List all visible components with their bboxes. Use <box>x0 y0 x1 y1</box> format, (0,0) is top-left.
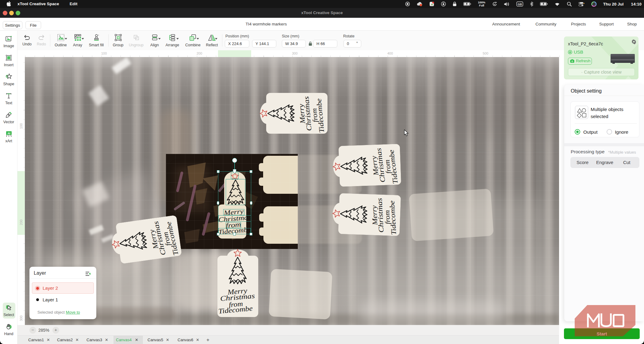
svg-text:AI: AI <box>7 132 10 135</box>
svg-text:GB: GB <box>518 2 522 6</box>
